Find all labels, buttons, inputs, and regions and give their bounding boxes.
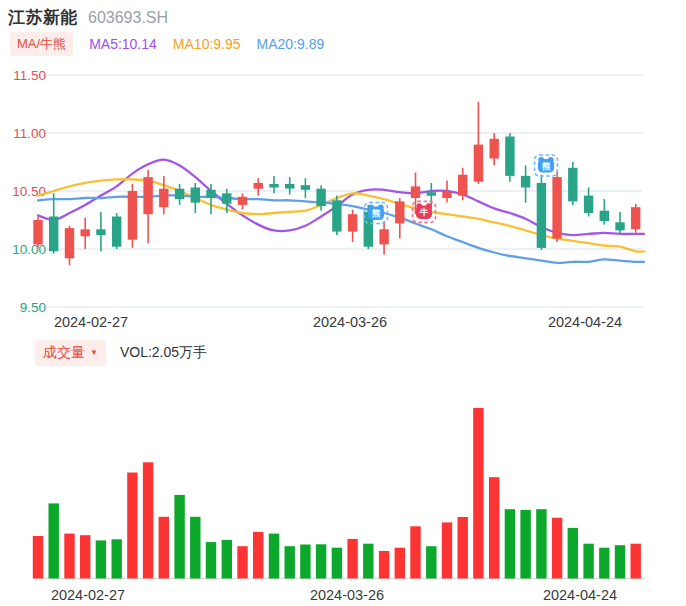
volume-bar[interactable] [505,509,515,578]
volume-bar[interactable] [583,544,593,579]
candle[interactable] [49,193,58,253]
y-axis-label: 11.50 [13,68,46,83]
candle[interactable] [600,199,609,225]
candle[interactable] [379,221,388,255]
volume-bar[interactable] [253,532,263,579]
volume-bar[interactable] [64,534,74,579]
candle[interactable] [112,213,121,249]
y-axis-label: 11.00 [13,126,46,141]
svg-text:熊: 熊 [542,161,551,171]
volume-bar[interactable] [112,539,122,578]
candle[interactable] [348,210,357,242]
candle[interactable] [33,217,42,248]
bear-signal-marker[interactable]: 熊 [535,155,558,176]
volume-bar[interactable] [127,473,137,579]
candle[interactable] [490,133,499,166]
volume-bar[interactable] [599,548,609,579]
candle[interactable] [238,193,247,209]
candle[interactable] [175,184,184,205]
volume-bar[interactable] [363,544,373,579]
volume-x-axis-label: 2024-04-24 [543,587,617,603]
candle[interactable] [254,178,263,195]
volume-bar[interactable] [332,548,342,579]
volume-bar[interactable] [552,518,562,579]
candle[interactable] [458,168,467,201]
volume-x-axis-label: 2024-03-26 [310,587,384,603]
candle[interactable] [505,133,514,182]
volume-bar[interactable] [285,546,295,578]
volume-bar[interactable] [458,517,468,579]
candle[interactable] [521,166,530,203]
svg-text:熊: 熊 [372,208,381,218]
volume-bar[interactable] [316,544,326,578]
volume-bar[interactable] [442,522,452,578]
volume-bar[interactable] [174,495,184,579]
volume-bar[interactable] [33,536,43,579]
candle[interactable] [584,188,593,217]
candle[interactable] [143,170,152,243]
candle[interactable] [301,178,310,198]
candle[interactable] [395,198,404,239]
candle[interactable] [552,171,561,242]
candle[interactable] [474,102,483,184]
volume-bar[interactable] [96,540,106,578]
volume-bar[interactable] [269,534,279,579]
volume-bar[interactable] [206,542,216,578]
candle[interactable] [81,218,90,249]
candle[interactable] [96,212,105,251]
volume-bar[interactable] [80,535,90,578]
volume-bar[interactable] [426,546,436,578]
candle[interactable] [615,212,624,234]
candle[interactable] [332,196,341,236]
volume-bar[interactable] [473,408,483,579]
volume-bar[interactable] [190,517,200,579]
candle[interactable] [631,204,640,233]
volume-bar[interactable] [631,544,641,579]
y-axis-label: 9.50 [20,300,46,315]
svg-text:牛: 牛 [419,207,429,217]
candle[interactable] [568,162,577,205]
volume-bar[interactable] [520,510,530,579]
volume-x-axis-label: 2024-02-27 [51,587,125,603]
candle[interactable] [128,184,137,248]
volume-bar[interactable] [568,528,578,579]
volume-bar[interactable] [410,526,420,578]
price-x-axis-label: 2024-02-27 [54,314,128,330]
y-axis-label: 10.50 [12,184,46,199]
price-x-axis-label: 2024-03-26 [313,314,387,330]
candle[interactable] [442,181,451,203]
volume-readout: VOL:2.05万手 [120,344,207,362]
candle[interactable] [159,176,168,214]
volume-bar[interactable] [143,462,153,578]
candlestick-volume-chart[interactable]: 11.5011.0010.5010.009.502024-02-272024-0… [0,0,686,606]
price-x-axis-label: 2024-04-24 [548,314,622,330]
volume-bar[interactable] [237,546,247,578]
volume-bar[interactable] [536,509,546,578]
chevron-down-icon: ▼ [90,349,98,357]
candle[interactable] [537,175,546,250]
volume-panel-header: 成交量 ▼ VOL:2.05万手 [35,340,207,366]
volume-indicator-label: 成交量 [43,344,85,362]
volume-bar[interactable] [300,545,310,579]
candle[interactable] [191,183,200,213]
volume-bar[interactable] [489,477,499,578]
volume-bar[interactable] [222,540,232,579]
volume-bar[interactable] [347,539,357,579]
volume-bar[interactable] [395,548,405,579]
volume-bar[interactable] [159,517,169,579]
candle[interactable] [285,177,294,194]
candle[interactable] [65,226,74,265]
volume-indicator-dropdown[interactable]: 成交量 ▼ [35,340,106,366]
volume-bar[interactable] [49,503,59,578]
volume-bar[interactable] [379,551,389,579]
volume-bar[interactable] [615,545,625,578]
